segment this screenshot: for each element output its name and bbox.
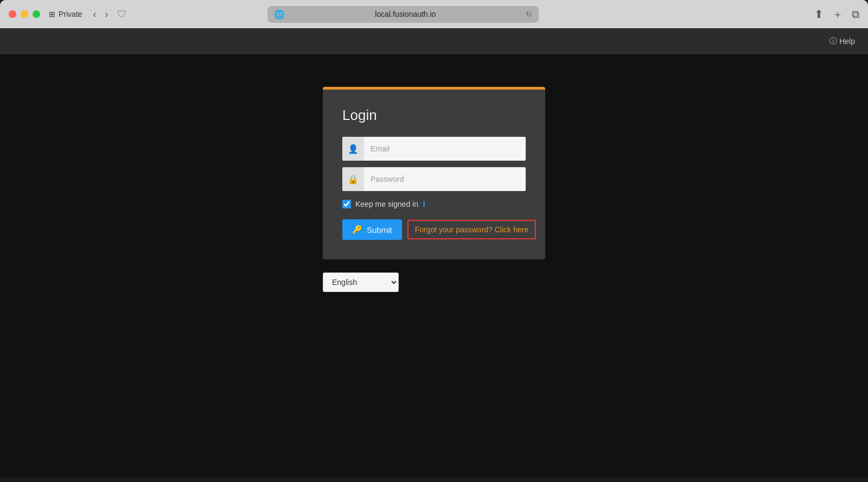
new-tab-button[interactable]: ＋ bbox=[832, 7, 843, 22]
language-selector: English bbox=[323, 272, 545, 292]
back-icon: ‹ bbox=[93, 9, 97, 20]
keep-signed-label: Keep me signed in bbox=[355, 200, 418, 208]
globe-icon: 🌐 bbox=[274, 9, 285, 20]
private-label: Private bbox=[59, 10, 82, 18]
submit-button[interactable]: 🔑 Submit bbox=[342, 219, 402, 240]
language-select[interactable]: English bbox=[323, 272, 399, 292]
page-content: Login 👤 🔒 Keep me signed in ℹ bbox=[0, 54, 868, 478]
browser-navbar: ⓘ Help bbox=[0, 28, 868, 54]
traffic-lights bbox=[9, 10, 40, 18]
maximize-button[interactable] bbox=[33, 10, 40, 18]
forward-button[interactable]: › bbox=[103, 7, 111, 22]
private-icon: ⊞ bbox=[49, 10, 55, 18]
password-input-group: 🔒 bbox=[342, 167, 526, 191]
browser-actions: ⬆ ＋ ⧉ bbox=[814, 7, 859, 22]
user-icon: 👤 bbox=[342, 137, 364, 161]
login-card: Login 👤 🔒 Keep me signed in ℹ bbox=[323, 87, 545, 259]
login-title: Login bbox=[342, 107, 526, 124]
tabs-button[interactable]: ⧉ bbox=[852, 8, 859, 21]
address-bar[interactable]: 🌐 local.fusionauth.io ↻ bbox=[267, 6, 539, 23]
forgot-password-link[interactable]: Forgot your password? Click here bbox=[407, 220, 536, 239]
private-mode-button[interactable]: ⊞ Private bbox=[49, 10, 82, 18]
help-icon: ⓘ bbox=[829, 36, 837, 46]
help-button[interactable]: ⓘ Help bbox=[829, 36, 855, 46]
close-button[interactable] bbox=[9, 10, 16, 18]
password-field[interactable] bbox=[364, 167, 526, 191]
forward-icon: › bbox=[105, 9, 108, 20]
browser-window: ⊞ Private ‹ › 🛡 🌐 local.fusionauth.io ↻ … bbox=[0, 0, 868, 478]
lock-icon: 🔒 bbox=[342, 167, 364, 191]
action-row: 🔑 Submit Forgot your password? Click her… bbox=[342, 219, 526, 240]
shield-icon: 🛡 bbox=[117, 9, 127, 20]
browser-titlebar: ⊞ Private ‹ › 🛡 🌐 local.fusionauth.io ↻ … bbox=[0, 0, 868, 28]
url-text: local.fusionauth.io bbox=[289, 10, 521, 18]
back-button[interactable]: ‹ bbox=[91, 7, 99, 22]
nav-buttons: ‹ › bbox=[91, 7, 111, 22]
keep-signed-row: Keep me signed in ℹ bbox=[342, 200, 526, 208]
help-label: Help bbox=[839, 37, 855, 46]
email-field[interactable] bbox=[364, 137, 526, 161]
email-input-group: 👤 bbox=[342, 137, 526, 161]
minimize-button[interactable] bbox=[21, 10, 28, 18]
submit-label: Submit bbox=[367, 225, 392, 234]
share-button[interactable]: ⬆ bbox=[814, 8, 824, 21]
keep-signed-checkbox[interactable] bbox=[342, 200, 351, 208]
reload-icon[interactable]: ↻ bbox=[526, 10, 532, 18]
key-icon: 🔑 bbox=[352, 225, 362, 234]
info-icon[interactable]: ℹ bbox=[423, 200, 425, 208]
